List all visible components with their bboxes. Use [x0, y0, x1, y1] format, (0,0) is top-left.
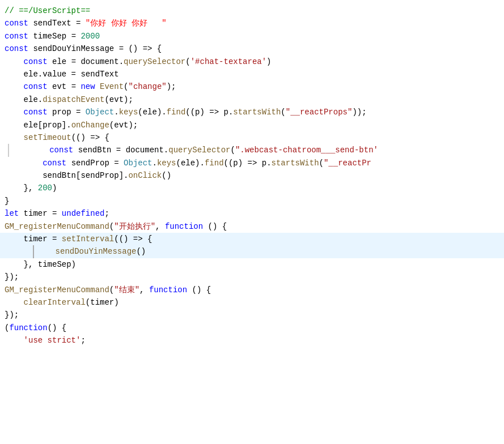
- code-line-13: const sendProp = Object . keys (ele). fi…: [0, 157, 504, 169]
- code-line-4: const sendDouYinMessage = () => {: [0, 42, 504, 55]
- code-line-27: 'use strict' ;: [0, 334, 504, 347]
- code-line-7: const evt = new Event ( "change" );: [0, 80, 504, 93]
- code-line-19: timer = setInterval (() => {: [0, 233, 504, 245]
- code-line-21: }, timeSep): [0, 258, 504, 271]
- code-line-25: });: [0, 309, 504, 321]
- code-line-17: let timer = undefined ;: [0, 207, 504, 220]
- code-line-11: setTimeout (() => {: [0, 131, 504, 144]
- code-line-26: ( function () {: [0, 322, 504, 334]
- code-line-9: const prop = Object . keys (ele). find (…: [0, 106, 504, 118]
- code-line-6: ele.value = sendText: [0, 68, 504, 80]
- code-line-12: const sendBtn = document. querySelector …: [0, 144, 504, 156]
- code-line-5: const ele = document. querySelector ( '#…: [0, 56, 504, 68]
- code-line-22: });: [0, 271, 504, 283]
- code-line-14: sendBtn[sendProp]. onClick (): [0, 169, 504, 182]
- code-line-10: ele[prop]. onChange (evt);: [0, 119, 504, 131]
- code-editor: // ==/UserScript== const sendText = "你好 …: [0, 0, 504, 444]
- code-line-18: GM_registerMenuCommand ( "开始执行" , functi…: [0, 220, 504, 233]
- keyword-const: const: [5, 17, 28, 29]
- code-line-23: GM_registerMenuCommand ( "结束" , function…: [0, 284, 504, 296]
- code-line-1: // ==/UserScript==: [0, 5, 504, 17]
- code-line-20: sendDouYinMessage (): [0, 245, 504, 258]
- code-line-3: const timeSep = 2000: [0, 30, 504, 42]
- code-line-16: }: [0, 195, 504, 207]
- code-line-2: const sendText = "你好 你好 你好 ": [0, 17, 504, 29]
- code-line-24: clearInterval (timer): [0, 296, 504, 309]
- code-line-8: ele. dispatchEvent (evt);: [0, 93, 504, 106]
- comment-text: // ==/UserScript==: [5, 5, 90, 17]
- code-line-15: }, 200 ): [0, 182, 504, 194]
- string-chinese: "你好 你好 你好 ": [86, 17, 167, 29]
